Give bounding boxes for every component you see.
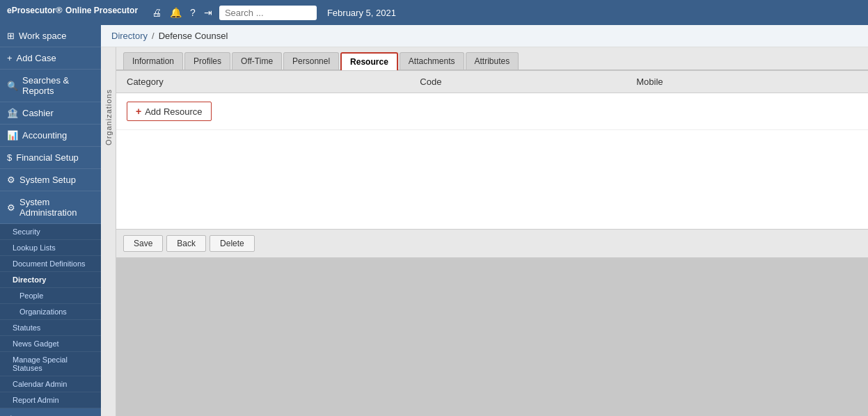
action-bar: Save Back Delete xyxy=(116,229,868,257)
sidebar-item-system-setup[interactable]: ⚙ System Setup xyxy=(0,169,101,191)
sidebar-item-accounting[interactable]: 📊 Accounting xyxy=(0,125,101,147)
sidebar-sub-lookup-lists[interactable]: Lookup Lists xyxy=(0,240,101,256)
bottom-gray-area xyxy=(116,257,868,416)
sidebar-item-cashier[interactable]: 🏦 Cashier xyxy=(0,102,101,125)
tab-profiles[interactable]: Profiles xyxy=(184,52,230,70)
search-input[interactable] xyxy=(219,6,317,20)
sidebar-sub-people[interactable]: People xyxy=(0,288,101,304)
breadcrumb-parent-link[interactable]: Directory xyxy=(111,31,148,41)
login-icon[interactable]: ⇥ xyxy=(204,7,212,18)
app-subtitle: Online Prosecutor xyxy=(65,6,138,15)
back-button[interactable]: Back xyxy=(166,235,206,252)
resource-table: Category Code Mobile + Add Resource xyxy=(116,70,868,130)
save-button[interactable]: Save xyxy=(123,235,163,252)
add-resource-plus-icon: + xyxy=(136,106,141,117)
sidebar-item-searches[interactable]: 🔍 Searches & Reports xyxy=(0,70,101,102)
sidebar-sub-document-defs[interactable]: Document Definitions xyxy=(0,256,101,272)
cashier-icon: 🏦 xyxy=(7,108,18,118)
content-area: Organizations Information Profiles Off-T… xyxy=(101,47,868,416)
tab-attachments[interactable]: Attachments xyxy=(400,52,464,70)
app-title: eProsecutor® Online Prosecutor xyxy=(7,5,138,20)
sidebar-sub-security[interactable]: Security xyxy=(0,224,101,240)
tab-information[interactable]: Information xyxy=(123,52,183,70)
sidebar-item-add-case[interactable]: + Add Case xyxy=(0,47,101,70)
sidebar-sub-organizations[interactable]: Organizations xyxy=(0,304,101,320)
col-header-category: Category xyxy=(116,71,409,93)
add-resource-label: Add Resource xyxy=(145,106,202,117)
sidebar-item-workspace[interactable]: ⊞ Work space xyxy=(0,25,101,47)
tab-resource[interactable]: Resource xyxy=(340,52,398,70)
sidebar-sub-manage-statuses[interactable]: Manage Special Statuses xyxy=(0,352,101,376)
app-header: eProsecutor® Online Prosecutor 🖨 🔔 ? ⇥ F… xyxy=(0,0,868,25)
sidebar: ⊞ Work space + Add Case 🔍 Searches & Rep… xyxy=(0,25,101,416)
org-tab-sidebar: Organizations xyxy=(101,47,116,416)
breadcrumb-separator: / xyxy=(152,31,155,41)
sidebar-label-system-admin: System Administration xyxy=(19,197,94,218)
sidebar-sub-report-admin[interactable]: Report Admin xyxy=(0,392,101,408)
bell-icon[interactable]: 🔔 xyxy=(170,7,182,18)
add-resource-button[interactable]: + Add Resource xyxy=(127,102,212,121)
system-admin-icon: ⚙ xyxy=(7,202,15,213)
system-setup-icon: ⚙ xyxy=(7,175,15,185)
tab-and-content: Information Profiles Off-Time Personnel … xyxy=(116,47,868,416)
sidebar-sub-directory[interactable]: Directory xyxy=(0,272,101,288)
sidebar-item-system-admin[interactable]: ⚙ System Administration xyxy=(0,191,101,224)
delete-button[interactable]: Delete xyxy=(210,235,255,252)
sidebar-label-accounting: Accounting xyxy=(22,130,67,141)
sidebar-label-add-case: Add Case xyxy=(17,53,56,63)
col-header-code: Code xyxy=(409,71,626,93)
financial-icon: $ xyxy=(7,152,12,163)
registered-mark: ® xyxy=(56,5,63,15)
workspace-icon: ⊞ xyxy=(7,31,15,41)
searches-icon: 🔍 xyxy=(7,81,18,91)
sidebar-item-financial-setup[interactable]: $ Financial Setup xyxy=(0,147,101,169)
tab-off-time[interactable]: Off-Time xyxy=(232,52,282,70)
search-container xyxy=(219,6,317,20)
sidebar-sub-menu: Security Lookup Lists Document Definitio… xyxy=(0,224,101,408)
sidebar-sub-news-gadget[interactable]: News Gadget xyxy=(0,336,101,352)
sidebar-label-workspace: Work space xyxy=(19,31,66,41)
col-header-mobile: Mobile xyxy=(626,71,868,93)
add-case-icon: + xyxy=(7,53,13,63)
main-content: Directory / Defense Counsel Organization… xyxy=(101,25,868,416)
breadcrumb-current: Defense Counsel xyxy=(159,31,228,41)
tabs-bar: Information Profiles Off-Time Personnel … xyxy=(116,47,868,70)
sidebar-item-system-admin-bottom[interactable]: ⚙ System Admin xyxy=(0,408,101,416)
header-date: February 5, 2021 xyxy=(327,8,396,18)
sidebar-label-searches: Searches & Reports xyxy=(22,75,94,96)
sidebar-label-cashier: Cashier xyxy=(22,108,54,118)
resource-table-container: Category Code Mobile + Add Resource xyxy=(116,70,868,229)
header-icons: 🖨 🔔 ? ⇥ xyxy=(152,7,212,18)
sidebar-sub-statutes[interactable]: Statutes xyxy=(0,320,101,336)
app-name: eProsecutor xyxy=(7,6,56,15)
sidebar-label-financial: Financial Setup xyxy=(16,152,79,163)
sidebar-sub-calendar-admin[interactable]: Calendar Admin xyxy=(0,376,101,392)
print-icon[interactable]: 🖨 xyxy=(152,7,161,18)
sidebar-label-system-setup: System Setup xyxy=(19,175,76,185)
org-tab-label[interactable]: Organizations xyxy=(104,89,113,145)
tab-personnel[interactable]: Personnel xyxy=(283,52,339,70)
breadcrumb: Directory / Defense Counsel xyxy=(101,25,868,47)
tab-attributes[interactable]: Attributes xyxy=(466,52,519,70)
help-icon[interactable]: ? xyxy=(190,7,196,18)
main-layout: ⊞ Work space + Add Case 🔍 Searches & Rep… xyxy=(0,25,868,416)
add-resource-cell: + Add Resource xyxy=(116,93,868,130)
add-resource-row: + Add Resource xyxy=(116,93,868,130)
accounting-icon: 📊 xyxy=(7,130,18,141)
